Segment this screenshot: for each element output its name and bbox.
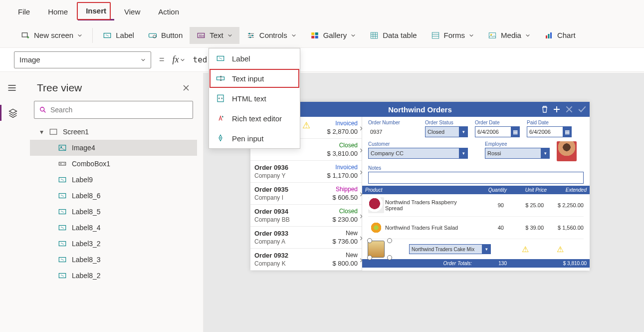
formula-bar: Image = fx ted.Picture [0,48,644,72]
tree-item-image4[interactable]: Image4 [30,140,197,156]
paid-date-field[interactable]: 6/4/2006▦ [527,126,572,137]
dd-label[interactable]: Label [209,48,300,68]
chart-icon [544,31,553,40]
order-row[interactable]: Order 0936Company YInvoiced$ 1,170.00› [250,161,362,183]
tree-item-label8_6[interactable]: Label8_6 [30,188,197,204]
label-button[interactable]: Label [96,27,141,44]
hamburger-icon[interactable] [7,83,17,93]
control-icon [58,239,67,248]
warning-icon: ⚠ [557,245,564,254]
control-icon [58,159,67,168]
svg-rect-12 [315,35,318,38]
label-icon [103,31,112,40]
chevron-right-icon: › [360,166,363,177]
control-icon [58,175,67,184]
order-row[interactable]: Order 0934Company BBClosed$ 230.00› [250,205,362,227]
menu-insert[interactable]: Insert [78,2,114,20]
warning-icon: ⚠ [302,120,310,131]
chevron-down-icon [141,57,146,62]
dd-pen-input[interactable]: Pen input [209,128,300,148]
notes-field[interactable] [368,172,584,184]
rich-text-icon [216,114,225,123]
chevron-down-icon: ▾ [459,148,468,158]
forms-button[interactable]: Forms [424,27,481,44]
trash-icon[interactable] [541,105,549,113]
new-screen-icon [21,31,30,40]
search-field[interactable] [50,106,188,114]
menu-file[interactable]: File [10,3,38,20]
customer-dropdown[interactable]: Company CC▾ [368,148,468,159]
collapse-icon[interactable]: ▾ [39,128,44,136]
media-button[interactable]: Media [481,27,537,44]
controls-button[interactable]: Controls [239,27,303,44]
new-screen-button[interactable]: New screen [14,27,89,44]
tree-item-label9[interactable]: Label9 [30,172,197,188]
order-row[interactable]: Order 0935Company IShipped$ 606.50› [250,183,362,205]
label-order-number: Order Number [368,120,418,125]
dd-html-text[interactable]: HTML text [209,88,300,108]
data-table-button[interactable]: Data table [363,27,424,44]
tree-root[interactable]: ▾ Screen1 [30,124,197,140]
tree-item-label8_3[interactable]: Label8_3 [30,252,197,268]
svg-rect-21 [50,129,57,135]
plus-icon[interactable] [553,105,561,113]
menu-view[interactable]: View [116,3,148,20]
svg-rect-10 [315,32,318,35]
search-input[interactable] [34,101,193,119]
product-row[interactable]: Northwind Traders Fruit Salad40$ 39.00$ … [368,217,584,239]
layers-icon [8,108,18,118]
svg-point-7 [251,34,253,36]
menubar: File Home Insert View Action [0,0,644,23]
svg-rect-19 [550,32,552,38]
button-icon [148,31,157,40]
tree-item-label8_5[interactable]: Label8_5 [30,204,197,220]
text-input-icon [216,74,225,83]
tree-item-label3_2[interactable]: Label3_2 [30,236,197,252]
label-icon [216,54,225,63]
chevron-down-icon [469,33,474,38]
control-icon [58,271,67,280]
media-icon [488,31,497,40]
employee-dropdown[interactable]: Rossi▾ [485,148,550,159]
text-button[interactable]: Abc Text [190,27,239,44]
chevron-down-icon: ▾ [459,127,468,137]
svg-point-35 [220,137,221,138]
order-status-dropdown[interactable]: Closed▾ [425,126,468,137]
calendar-icon: ▦ [511,127,520,137]
menu-home[interactable]: Home [40,3,76,20]
close-icon[interactable] [182,84,190,92]
order-detail: Order Number0937 Order StatusClosed▾ Ord… [362,117,590,271]
menu-action[interactable]: Action [150,3,187,20]
chevron-down-icon [77,33,82,38]
cancel-icon[interactable] [565,105,574,114]
tree-view-tab[interactable] [0,105,24,121]
button-button[interactable]: Button [141,27,190,44]
product-combobox[interactable]: Northwind Traders Cake Mix▾ [409,244,489,254]
product-header: ProductQuantityUnit PriceExtended [362,186,590,194]
label-notes: Notes [368,165,584,171]
dd-text-input[interactable]: Text input [209,68,300,88]
order-row[interactable]: Order 0932Company KNew$ 800.00› [250,249,362,271]
svg-rect-9 [311,32,314,35]
tree-item-label8_2[interactable]: Label8_2 [30,268,197,284]
tree-item-label8_4[interactable]: Label8_4 [30,220,197,236]
svg-rect-14 [432,32,439,38]
employee-avatar [557,141,577,161]
dd-rich-text[interactable]: Rich text editor [209,108,300,128]
chart-button[interactable]: Chart [537,27,583,44]
chevron-right-icon: › [360,188,363,199]
order-row[interactable]: Order 0933Company ANew$ 736.00› [250,227,362,249]
control-icon [58,223,67,232]
order-date-field[interactable]: 6/4/2006▦ [475,126,520,137]
tree-item-combobox1[interactable]: ComboBox1 [30,156,197,172]
label-order-date: Order Date [475,120,520,125]
product-row[interactable]: Northwind Traders Raspberry Spread90$ 25… [368,194,584,217]
check-icon[interactable] [578,105,587,114]
svg-point-23 [60,146,62,148]
order-number-value: 0937 [368,126,418,137]
app-preview: Northwind Orders Invoiced$ 2,870.00›Clos… [250,102,590,271]
control-icon [58,255,67,264]
property-dropdown[interactable]: Image [14,51,151,68]
gallery-button[interactable]: Gallery [303,27,363,44]
selected-row[interactable]: Northwind Traders Cake Mix▾ ⚠ ⚠ [368,239,584,259]
